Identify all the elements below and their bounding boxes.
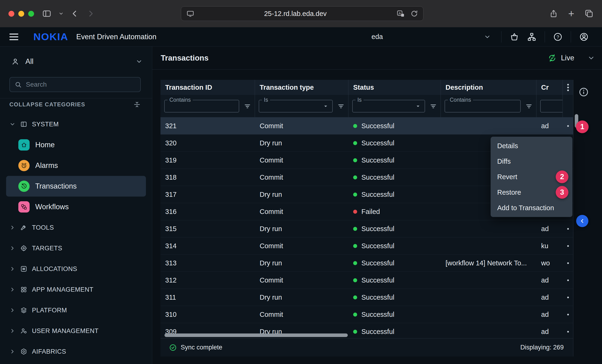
row-kebab-icon[interactable] (567, 297, 569, 298)
sidebar-category-system[interactable]: SYSTEM (0, 114, 152, 135)
new-tab-icon[interactable]: + (568, 9, 574, 19)
column-header[interactable]: Transaction ID (161, 80, 255, 95)
table-footer: Sync complete Displaying: 269 (161, 338, 573, 356)
table-row[interactable]: 314 Commit Successful ku (161, 238, 573, 255)
row-kebab-icon[interactable] (567, 280, 569, 281)
filter-input-description[interactable]: Contains (445, 100, 521, 113)
chevron-right-icon (9, 328, 15, 334)
column-header[interactable]: Transaction type (255, 80, 348, 95)
store-icon[interactable] (506, 32, 523, 42)
menu-item-add-to-transaction[interactable]: Add to Transaction (491, 200, 572, 216)
sidebar-category-allocations[interactable]: ALLOCATIONS (0, 259, 152, 279)
cell-status: Successful (348, 122, 441, 130)
targets-icon (20, 245, 27, 252)
filter-input-transaction-id[interactable]: Contains (164, 100, 239, 113)
allocations-icon (20, 265, 27, 272)
translate-icon[interactable]: A (396, 9, 405, 18)
chevron-right-icon (9, 307, 15, 313)
filter-select-transaction-type[interactable]: Is (259, 100, 333, 113)
reload-icon[interactable] (410, 10, 418, 17)
filter-select-status[interactable]: Is (352, 100, 425, 113)
cell-transaction-type: Dry run (255, 139, 348, 147)
close-window-button[interactable] (9, 11, 14, 17)
panel-expand-button[interactable] (576, 215, 588, 227)
cell-transaction-id: 310 (161, 311, 255, 318)
menu-icon[interactable] (9, 34, 18, 40)
status-dot (353, 210, 357, 214)
row-kebab-icon[interactable] (567, 245, 569, 247)
menu-item-details[interactable]: Details (491, 138, 572, 154)
address-bar[interactable]: 25-12.rd.lab.eda.dev A (181, 6, 423, 21)
help-icon[interactable]: ? (549, 32, 567, 42)
sidebar-category-user-management[interactable]: USER MANAGEMENT (0, 321, 152, 341)
filter-icon[interactable] (525, 102, 533, 110)
sidebar-item-home[interactable]: Home (6, 135, 146, 155)
status-label: Successful (361, 276, 394, 284)
topology-icon[interactable] (523, 32, 540, 42)
table-row[interactable]: 313 Dry run Successful [workflow 14] Net… (161, 255, 573, 272)
chevron-down-icon (587, 54, 595, 62)
table-row[interactable]: 315 Dry run Successful ad (161, 220, 573, 238)
filter-input-created[interactable] (540, 100, 563, 113)
cell-created-by: ad (537, 276, 563, 284)
minimize-window-button[interactable] (18, 11, 24, 17)
row-kebab-icon[interactable] (567, 314, 569, 315)
cell-created-by: ku (537, 242, 563, 250)
row-kebab-icon[interactable] (567, 331, 569, 333)
search-box[interactable] (9, 77, 141, 92)
column-header[interactable]: Cr (537, 80, 563, 95)
row-kebab-icon[interactable] (567, 228, 569, 230)
column-header[interactable]: Description (441, 80, 537, 95)
status-dot (353, 244, 357, 248)
cell-status: Failed (348, 208, 441, 216)
share-icon[interactable] (549, 9, 558, 18)
cell-transaction-type: Commit (255, 242, 348, 250)
sidebar-category-app-management[interactable]: APP MANAGEMENT (0, 279, 152, 300)
sidebar-category-targets[interactable]: TARGETS (0, 238, 152, 259)
tabs-icon[interactable] (585, 9, 593, 18)
page-settings-icon[interactable] (186, 10, 194, 18)
row-kebab-icon[interactable] (567, 125, 569, 127)
category-label: ALLOCATIONS (32, 265, 77, 273)
cell-created-by: ad (537, 122, 563, 130)
sidebar-category-platform[interactable]: PLATFORM (0, 300, 152, 321)
cell-created-by: ad (537, 293, 563, 301)
collapse-categories[interactable]: COLLAPSE CATEGORIES (9, 98, 141, 111)
menu-item-diffs[interactable]: Diffs (491, 154, 572, 169)
info-icon[interactable] (578, 87, 589, 97)
zoom-window-button[interactable] (28, 11, 34, 17)
column-menu-icon[interactable] (567, 87, 569, 88)
back-icon[interactable] (71, 9, 79, 18)
cell-transaction-type: Commit (255, 276, 348, 284)
cell-status: Successful (348, 293, 441, 301)
sidebar-item-transactions[interactable]: Transactions (6, 176, 146, 197)
cell-status: Successful (348, 139, 441, 147)
row-kebab-icon[interactable] (567, 262, 569, 264)
forward-icon[interactable] (86, 9, 95, 18)
filter-icon[interactable] (429, 102, 437, 110)
user-avatar-icon[interactable] (575, 32, 593, 42)
filter-icon[interactable] (243, 102, 251, 110)
sidebar-item-alarms[interactable]: Alarms (6, 155, 146, 176)
search-input[interactable] (26, 81, 136, 88)
chevron-down-icon[interactable] (58, 11, 64, 16)
category-label: SYSTEM (32, 121, 59, 128)
cell-transaction-id: 312 (161, 276, 255, 284)
horizontal-scrollbar[interactable] (164, 333, 348, 337)
column-header[interactable]: Status (348, 80, 441, 95)
table-row[interactable]: 312 Commit Successful ad (161, 272, 573, 289)
live-toggle[interactable]: Live (548, 53, 595, 62)
sidebar-category-aifabrics[interactable]: AIFABRICS (0, 341, 152, 362)
filter-icon[interactable] (337, 102, 345, 110)
namespace-select[interactable]: eda (366, 33, 497, 41)
sidebar-item-workflows[interactable]: Workflows (6, 197, 146, 217)
sidebar-toggle-icon[interactable] (42, 9, 52, 18)
platform-icon (20, 307, 27, 314)
scope-selector[interactable]: All (11, 54, 143, 69)
category-label: TARGETS (32, 245, 62, 252)
table-row[interactable]: 310 Commit Successful ad (161, 306, 573, 323)
table-row[interactable]: 321 Commit Successful ad (161, 117, 573, 135)
sidebar-category-tools[interactable]: TOOLS (0, 217, 152, 238)
category-label: APP MANAGEMENT (32, 286, 94, 293)
table-row[interactable]: 311 Dry run Successful ad (161, 289, 573, 306)
